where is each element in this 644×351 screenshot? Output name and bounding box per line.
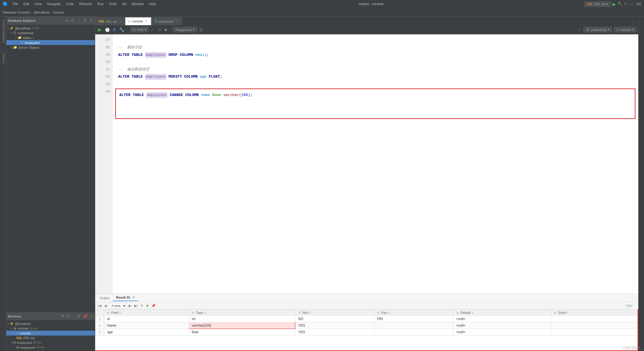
nav-next-btn[interactable]: ▶ — [128, 303, 132, 308]
collapse-icon[interactable]: ☰ — [70, 18, 75, 23]
db-tree: ▾ ⚡ @localhost 1 of 5 ▾ 🗄 cookieshop ▾ 📁… — [6, 25, 95, 312]
row-2-default: <null> — [453, 322, 551, 329]
tab-ddl-sql[interactable]: SQL DDL.sql ✕ — [95, 17, 125, 25]
tab-console-close[interactable]: ✕ — [145, 20, 148, 23]
row-1-default: <null> — [453, 316, 551, 322]
vert-tab-db-explorer[interactable]: Database Explorer — [0, 17, 6, 45]
history-button[interactable]: 🕐 — [104, 27, 111, 33]
svc-tree-localhost[interactable]: ▾ ⚡ @localhost — [6, 321, 95, 326]
type-col-label: Type — [196, 311, 203, 314]
menu-view[interactable]: View — [32, 1, 44, 7]
bind-button[interactable]: P — [112, 27, 117, 33]
tab-console[interactable]: ▷ console ✕ — [125, 17, 151, 25]
svc-tree-ddl[interactable]: SQL DDL.sql — [6, 336, 95, 340]
svc-tree-console[interactable]: ▾ 🖥 console 34 ms — [6, 326, 95, 331]
menu-navigate[interactable]: Navigate — [45, 1, 63, 7]
num-100-44: 100 — [241, 92, 248, 98]
settings-icon[interactable]: ⚙ — [83, 18, 87, 23]
right-panel-icon[interactable]: ⋮ — [640, 25, 643, 28]
services-sort-icon[interactable]: ☰ — [66, 314, 71, 319]
result-tab-close[interactable]: ✕ — [132, 296, 135, 299]
add-datasource-icon[interactable]: ⊕ — [65, 18, 69, 23]
checkmark-icon: ✓ — [578, 28, 581, 32]
nav-last-btn[interactable]: ▶| — [133, 303, 138, 308]
tree-item-server-objects[interactable]: ▸ 📁 Server Objects — [6, 45, 95, 50]
update-button[interactable]: ↻ — [624, 2, 628, 6]
stop-button[interactable]: ■ — [163, 27, 168, 33]
tab-more-icon[interactable]: ⋮ — [631, 21, 635, 25]
rollback-button[interactable]: ↺ — [157, 27, 162, 33]
run-button[interactable]: ▶ — [612, 1, 616, 7]
code-editor[interactable]: 37 38 39 40 41 42 43 44 — [95, 34, 638, 294]
tbl-employees-44: employees — [146, 92, 167, 98]
th-key[interactable]: ⊞ Key ⇅ — [374, 310, 453, 316]
services-pin-icon[interactable]: 📌 — [82, 314, 88, 319]
tree-item-tables[interactable]: ▾ 📁 tables 1 — [6, 35, 95, 40]
breadcrumb-console[interactable]: console — [53, 11, 64, 14]
menu-git[interactable]: Git — [120, 1, 128, 7]
svc-employees-sub-badge: 95 ms — [36, 346, 44, 349]
run-config-dropdown[interactable]: SQL DDL.sql ▾ — [584, 1, 611, 7]
run-sql-button[interactable]: ▶ — [97, 26, 103, 33]
th-null[interactable]: ⊞ Null ⇅ — [295, 310, 374, 316]
menu-code[interactable]: Code — [63, 1, 76, 7]
services-sort2-icon[interactable]: ↕ — [72, 314, 75, 319]
menu-edit[interactable]: Edit — [21, 1, 32, 7]
th-extra[interactable]: ⊞ Extra ⇅ — [551, 310, 638, 316]
tab-output[interactable]: Output — [96, 295, 113, 301]
default-sort-icon: ⇅ — [471, 311, 474, 314]
code-line-38: -- 删除字段 — [118, 44, 633, 52]
tab-employees[interactable]: ⊞ employees ✕ — [151, 17, 182, 25]
menu-window[interactable]: Window — [129, 1, 146, 7]
rows-per-page-select[interactable]: 3 rows — [109, 303, 127, 308]
menu-help[interactable]: Help — [147, 1, 158, 7]
tab-ddl-label: DDL.sql — [106, 20, 117, 23]
nav-first-btn[interactable]: |◀ — [97, 303, 102, 308]
tab-ddl-close[interactable]: ✕ — [119, 20, 122, 23]
table-header-row: ⊞ Field ⇅ ⊞ Type ⇅ — [95, 310, 638, 316]
menu-file[interactable]: File — [10, 1, 20, 7]
close-panel-icon[interactable]: ✕ — [89, 18, 93, 23]
th-default[interactable]: ⊞ Default ⇅ — [453, 310, 551, 316]
minimize-button[interactable]: — — [629, 2, 633, 6]
th-field[interactable]: ⊞ Field ⇅ — [104, 310, 189, 316]
row-2-field: Name — [104, 322, 189, 329]
tree-item-employees[interactable]: ⊞ employees — [6, 40, 95, 45]
tx-dropdown[interactable]: Tx: Auto ▾ — [130, 27, 148, 32]
th-type[interactable]: ⊞ Type ⇅ — [189, 310, 295, 316]
breadcrumb-db-consoles[interactable]: Database Consoles — [3, 11, 30, 14]
commit-button[interactable]: ✓ — [150, 27, 155, 33]
breadcrumb-localhost[interactable]: @localhost — [34, 11, 50, 14]
services-add-icon[interactable]: + — [89, 314, 93, 319]
menu-run[interactable]: Run — [95, 1, 106, 7]
table-view-button[interactable]: ☰ — [198, 27, 204, 33]
build-button[interactable]: 🔨 — [618, 2, 622, 6]
svc-console-badge: 34 ms — [30, 327, 37, 330]
tree-item-cookieshop[interactable]: ▾ 🗄 cookieshop — [6, 31, 95, 35]
vert-tab-commit[interactable]: Commit — [0, 51, 6, 66]
type-col-icon: ⊞ — [192, 311, 194, 314]
explain-button[interactable]: 🔧 — [118, 27, 125, 33]
refresh-btn[interactable]: ↻ — [140, 303, 144, 308]
services-group-icon[interactable]: ⊞ — [77, 314, 81, 319]
menu-refactor[interactable]: Refactor — [77, 1, 94, 7]
nav-prev-btn[interactable]: ◀ — [103, 303, 108, 308]
svc-tree-employees[interactable]: ▾ ⊞ employees 95 ms — [6, 340, 95, 345]
console-dropdown[interactable]: ▷ console ▾ — [614, 27, 637, 32]
playground-dropdown[interactable]: Playground ▾ — [173, 27, 197, 32]
stop-results-btn[interactable]: ■ — [145, 303, 149, 308]
expand-icon[interactable]: ⋮ — [76, 18, 81, 23]
code-content[interactable]: -- 删除字段 ALTER TABLE employees DROP COLUM… — [112, 34, 638, 294]
svc-tree-console-sub[interactable]: ▷ console 34 ms — [6, 331, 95, 336]
tab-result-31[interactable]: Result 31 ✕ — [113, 295, 138, 301]
cookieshop-dropdown[interactable]: 🗄 cookieshop ▾ — [583, 27, 612, 32]
pin-btn[interactable]: 📌 — [151, 303, 157, 308]
services-header: Services Tx ☰ ↕ ⊞ 📌 + — [6, 313, 95, 320]
row-3-default: <null> — [453, 329, 551, 336]
console-btn-label: console — [620, 28, 631, 32]
menu-tools[interactable]: Tools — [106, 1, 119, 7]
tree-item-localhost[interactable]: ▾ ⚡ @localhost 1 of 5 — [6, 26, 95, 31]
col-Name-44: Name — [210, 92, 221, 98]
svc-tree-employees-sub[interactable]: ⊞ employees 95 ms — [6, 345, 95, 350]
tab-employees-close[interactable]: ✕ — [176, 20, 178, 23]
